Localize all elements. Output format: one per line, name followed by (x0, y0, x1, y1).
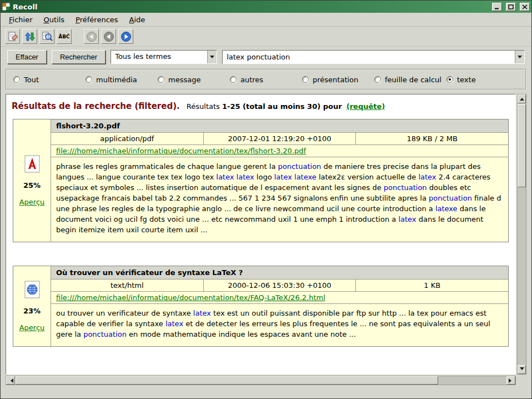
arrow-down-icon (520, 367, 524, 372)
menu-item-aide[interactable]: Aide (124, 14, 150, 26)
result-url-link[interactable]: file:///home/michael/informatique/docume… (56, 293, 325, 302)
magnifier-document-icon (42, 31, 53, 42)
menu-item-pr-f-rences[interactable]: Préférences (71, 14, 123, 26)
filter-radio-présentation[interactable]: présentation (302, 76, 374, 84)
search-mode-combobox[interactable]: Tous les termes (111, 50, 217, 64)
search-term-highlight: ponctuation (278, 162, 322, 171)
first-page-button[interactable] (84, 29, 99, 44)
filter-radio-feuille-de-calcul[interactable]: feuille de calcul (374, 76, 446, 84)
scroll-up-button[interactable] (518, 94, 526, 103)
clear-button[interactable]: Effacer (7, 50, 47, 64)
vertical-scroll-thumb[interactable] (518, 104, 526, 187)
result-item: 23% Aperçu Où trouver un vérificateur de… (13, 266, 509, 347)
vertical-scroll-track[interactable] (518, 103, 526, 365)
result-size: 189 KB / 2 MB (356, 133, 508, 144)
result-date: 2000-12-06 15:03:30 +0100 (204, 280, 357, 291)
scrollbar-corner (516, 376, 526, 385)
next-page-button[interactable] (118, 29, 133, 44)
result-url-link[interactable]: file:///home/michael/informatique/docume… (56, 147, 306, 155)
snippet-text: latex2ε version actuelle de (317, 173, 419, 181)
results-header: Résultats de la recherche (filtered). Ré… (7, 98, 514, 119)
minimize-button[interactable] (492, 3, 502, 11)
toolbar: ÂBĈ (1, 27, 531, 47)
vertical-scrollbar[interactable] (517, 94, 526, 375)
result-side-panel: 23% Aperçu (13, 266, 51, 346)
search-term-highlight: latex latexe (274, 173, 317, 181)
search-button[interactable]: Rechercher (52, 50, 106, 64)
radio-button-icon (302, 76, 309, 83)
result-filename: flshort-3.20.pdf (51, 119, 508, 133)
spellcheck-icon: ÂBĈ (58, 34, 69, 39)
scroll-down-button[interactable] (518, 365, 526, 374)
results-title: Résultats de la recherche (filtered). (12, 101, 180, 111)
filter-radio-tout[interactable]: Tout (13, 76, 86, 84)
search-term-highlight: latex (165, 320, 183, 328)
search-input[interactable] (223, 51, 515, 63)
horizontal-scroll-thumb[interactable] (16, 376, 438, 385)
spellcheck-button[interactable]: ÂBĈ (57, 29, 72, 44)
chevron-down-icon (518, 56, 522, 61)
horizontal-scroll-track[interactable] (15, 376, 506, 385)
combo-dropdown-button[interactable] (207, 51, 217, 63)
filter-label: Tout (24, 76, 39, 84)
result-snippet: ou trouver un verificateur de syntaxe la… (51, 304, 508, 346)
search-term-highlight: latex (398, 215, 416, 223)
result-details: Où trouver un vérificateur de syntaxe La… (51, 266, 508, 346)
search-term-highlight: latexe (435, 205, 458, 213)
radio-button-icon (374, 76, 381, 83)
result-side-panel: 25% Aperçu (13, 119, 51, 242)
preview-link[interactable]: Aperçu (19, 323, 45, 332)
status-bar (1, 385, 531, 398)
scroll-left-button[interactable] (6, 376, 15, 385)
query-combobox (222, 50, 525, 64)
filter-radio-message[interactable]: message (158, 76, 230, 84)
category-filter-row: Toutmultimédiamessageautresprésentationf… (13, 76, 519, 84)
menu-item-fichier[interactable]: Fichier (4, 14, 38, 26)
arrow-right-icon (509, 378, 514, 383)
result-date: 2007-12-01 12:19:20 +0100 (204, 133, 357, 144)
recoll-window: Recoll FichierOutilsPréférencesAide (0, 0, 532, 399)
arrow-left-icon (8, 378, 13, 383)
search-term-highlight: ponctuation (83, 330, 127, 338)
search-mode-value: Tous les termes (111, 51, 207, 63)
filter-radio-autres[interactable]: autres (230, 76, 302, 84)
search-term-highlight: latex (418, 173, 436, 181)
html-globe-icon (24, 281, 40, 298)
horizontal-scrollbar[interactable] (6, 376, 516, 385)
horizontal-scrollbar-row (6, 376, 526, 385)
filter-radio-multimédia[interactable]: multimédia (86, 76, 158, 84)
update-index-button[interactable] (22, 29, 37, 44)
clear-search-button[interactable] (5, 29, 20, 44)
prev-page-button[interactable] (101, 29, 116, 44)
query-history-dropdown-button[interactable] (515, 51, 524, 63)
filter-label: présentation (313, 76, 358, 84)
document-eraser-icon (7, 31, 18, 42)
search-term-highlight: ponctuation (429, 194, 472, 202)
radio-button-icon (230, 76, 237, 83)
preview-link[interactable]: Aperçu (19, 198, 45, 206)
snippet-text: logo (254, 173, 274, 181)
filter-radio-texte[interactable]: texte (446, 76, 519, 84)
radio-button-icon (446, 76, 453, 83)
result-snippet: phrase les regles grammaticales de chaqu… (51, 157, 508, 242)
results-zone: Résultats de la recherche (filtered). Ré… (6, 94, 526, 375)
menu-item-outils[interactable]: Outils (39, 14, 70, 26)
circle-arrow-left-icon (86, 31, 97, 42)
snippet-text: phrase les regles grammaticales de chaqu… (56, 162, 278, 171)
radio-button-icon (86, 76, 92, 83)
maximize-button[interactable] (506, 3, 516, 11)
term-explorer-button[interactable] (39, 29, 54, 44)
snippet-text: ou trouver un verificateur de syntaxe (56, 309, 193, 317)
scroll-right-button[interactable] (506, 376, 515, 385)
query-link[interactable]: (requête) (347, 102, 385, 111)
filter-label: message (168, 76, 200, 84)
category-filter-frame: Toutmultimédiamessageautresprésentationf… (6, 69, 526, 90)
filter-label: multimédia (96, 76, 137, 84)
result-meta-row: text/html 2000-12-06 15:03:30 +0100 1 KB (51, 280, 508, 292)
result-details: flshort-3.20.pdf application/pdf 2007-12… (51, 119, 508, 242)
titlebar: Recoll (1, 1, 531, 13)
close-button[interactable] (520, 3, 530, 11)
result-mimetype: text/html (51, 280, 204, 291)
chevron-down-icon (210, 56, 214, 61)
pdf-icon (24, 155, 40, 173)
